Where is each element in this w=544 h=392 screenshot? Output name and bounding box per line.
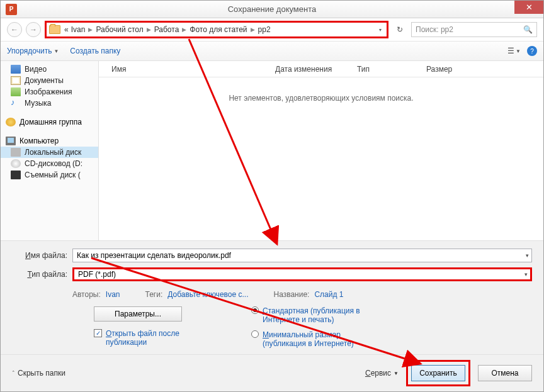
search-input[interactable]: Поиск: pp2 🔍 bbox=[411, 22, 537, 37]
parameters-button[interactable]: Параметры... bbox=[94, 306, 182, 322]
chevron-down-icon[interactable]: ▾ bbox=[526, 252, 529, 259]
disk-icon bbox=[11, 148, 21, 157]
sidebar-drive-removable[interactable]: Съемный диск ( bbox=[1, 169, 98, 181]
empty-message: Нет элементов, удовлетворяющих условиям … bbox=[99, 77, 543, 240]
computer-icon bbox=[6, 137, 16, 145]
column-date[interactable]: Дата изменения bbox=[275, 65, 357, 74]
hide-folders-button[interactable]: ˄Скрыть папки bbox=[12, 369, 65, 378]
cd-icon bbox=[11, 159, 21, 168]
usb-icon bbox=[11, 171, 21, 179]
document-icon bbox=[11, 76, 21, 85]
column-type[interactable]: Тип bbox=[357, 65, 426, 74]
open-after-checkbox[interactable]: ✓ bbox=[94, 329, 102, 337]
service-menu[interactable]: Сервис▼ bbox=[365, 369, 399, 378]
authors-value[interactable]: Ivan bbox=[106, 290, 120, 299]
chevron-down-icon: ▼ bbox=[54, 48, 59, 54]
radio-standard-label[interactable]: Стандартная (публикация в Интернете и пе… bbox=[263, 306, 370, 324]
chevron-right-icon: ▶ bbox=[180, 26, 188, 33]
window-title: Сохранение документа bbox=[1, 4, 543, 14]
save-button-highlight: Сохранить bbox=[406, 360, 470, 386]
image-icon bbox=[11, 87, 21, 96]
save-button[interactable]: Сохранить bbox=[411, 365, 465, 381]
crumb-1[interactable]: Рабочий стол bbox=[94, 25, 144, 34]
crumb-0[interactable]: Ivan bbox=[70, 25, 87, 34]
sidebar-item-documents[interactable]: Документы bbox=[1, 75, 98, 86]
help-button[interactable]: ? bbox=[527, 46, 537, 56]
search-placeholder: Поиск: pp2 bbox=[416, 25, 453, 34]
filename-input[interactable]: Как из презентации сделать видеоролик.pd… bbox=[72, 249, 532, 262]
column-size[interactable]: Размер bbox=[426, 65, 477, 74]
crumb-3[interactable]: Фото для статей bbox=[188, 25, 248, 34]
sidebar: Видео Документы Изображения Музыка Домаш… bbox=[1, 61, 99, 240]
crumb-2[interactable]: Работа bbox=[153, 25, 181, 34]
toolbar: Упорядочить▼ Создать папку ☰ ▼ ? bbox=[1, 41, 543, 61]
forward-button[interactable]: → bbox=[26, 22, 41, 37]
sidebar-item-video[interactable]: Видео bbox=[1, 64, 98, 75]
title-label: Название: bbox=[273, 290, 309, 299]
chevron-right-icon: ▶ bbox=[145, 26, 153, 33]
radio-minimal-label[interactable]: Минимальный размер (публикация в Интерне… bbox=[263, 330, 370, 348]
sidebar-drive-local[interactable]: Локальный диск bbox=[1, 147, 98, 158]
title-value[interactable]: Слайд 1 bbox=[314, 290, 343, 299]
column-name[interactable]: Имя bbox=[111, 65, 275, 74]
sidebar-drive-cd[interactable]: CD-дисковод (D: bbox=[1, 158, 98, 169]
filetype-label: Тип файла: bbox=[12, 270, 67, 279]
column-headers: Имя Дата изменения Тип Размер bbox=[99, 61, 543, 77]
tags-label: Теги: bbox=[145, 290, 162, 299]
open-after-label[interactable]: Открыть файл после публикации bbox=[106, 329, 200, 347]
chevron-up-icon: ˄ bbox=[12, 370, 15, 376]
search-icon: 🔍 bbox=[523, 25, 533, 34]
nav-row: ← → « Ivan▶ Рабочий стол▶ Работа▶ Фото д… bbox=[1, 18, 543, 41]
file-area: Имя Дата изменения Тип Размер Нет элемен… bbox=[99, 61, 543, 240]
folder-icon bbox=[49, 25, 60, 34]
cancel-button[interactable]: Отмена bbox=[478, 365, 532, 381]
homegroup-icon bbox=[6, 118, 16, 126]
chevron-right-icon: ▶ bbox=[249, 26, 257, 33]
crumb-prefix: « bbox=[63, 25, 70, 34]
chevron-down-icon[interactable]: ▾ bbox=[379, 27, 384, 33]
sidebar-computer[interactable]: Компьютер bbox=[1, 135, 98, 147]
chevron-right-icon: ▶ bbox=[86, 26, 94, 33]
crumb-4[interactable]: pp2 bbox=[257, 25, 272, 34]
close-button[interactable]: ✕ bbox=[514, 1, 543, 14]
sidebar-homegroup[interactable]: Домашняя группа bbox=[1, 116, 98, 128]
authors-label: Авторы: bbox=[72, 290, 101, 299]
footer: ˄Скрыть папки Сервис▼ Сохранить Отмена bbox=[1, 354, 543, 391]
radio-standard[interactable] bbox=[251, 306, 259, 314]
bottom-panel: Имя файла: Как из презентации сделать ви… bbox=[1, 240, 543, 354]
titlebar: P Сохранение документа ✕ bbox=[1, 1, 543, 18]
refresh-button[interactable]: ↻ bbox=[392, 22, 407, 37]
filetype-select[interactable]: PDF (*.pdf)▾ bbox=[72, 267, 532, 281]
tags-value[interactable]: Добавьте ключевое с... bbox=[167, 290, 248, 299]
breadcrumb[interactable]: « Ivan▶ Рабочий стол▶ Работа▶ Фото для с… bbox=[45, 21, 388, 38]
sidebar-item-images[interactable]: Изображения bbox=[1, 86, 98, 98]
radio-minimal[interactable] bbox=[251, 330, 259, 338]
back-button[interactable]: ← bbox=[7, 22, 22, 37]
video-icon bbox=[11, 65, 21, 74]
view-mode-button[interactable]: ☰ ▼ bbox=[507, 47, 521, 55]
organize-button[interactable]: Упорядочить▼ bbox=[7, 47, 59, 55]
chevron-down-icon[interactable]: ▾ bbox=[524, 271, 528, 277]
new-folder-button[interactable]: Создать папку bbox=[70, 47, 120, 55]
filename-label: Имя файла: bbox=[12, 251, 67, 260]
chevron-down-icon: ▼ bbox=[394, 371, 399, 376]
music-icon bbox=[11, 99, 21, 108]
sidebar-item-music[interactable]: Музыка bbox=[1, 98, 98, 109]
